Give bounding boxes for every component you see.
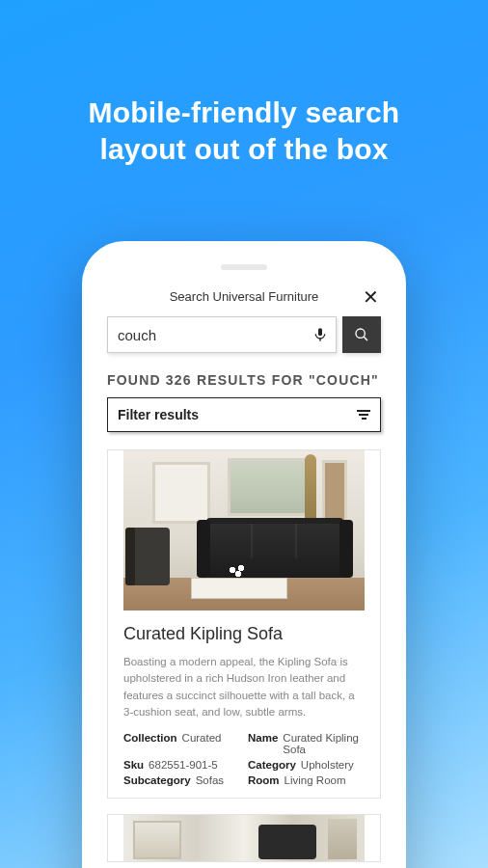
page-title: Search Universal Furniture xyxy=(170,289,319,304)
results-header: FOUND 326 RESULTS FOR "COUCH" xyxy=(107,372,381,388)
phone-speaker xyxy=(221,264,267,270)
meta-value: 682551-901-5 xyxy=(149,759,218,771)
phone-inner: Search Universal Furniture ✕ xyxy=(95,255,393,868)
search-button[interactable] xyxy=(342,316,381,353)
filter-label: Filter results xyxy=(118,407,199,422)
headline-line-2: layout out of the box xyxy=(0,131,488,168)
meta-value: Curated Kipling Sofa xyxy=(283,732,365,755)
search-icon xyxy=(354,327,369,342)
meta-value: Sofas xyxy=(196,774,224,786)
microphone-icon[interactable] xyxy=(312,326,328,343)
search-box[interactable] xyxy=(107,316,337,353)
filter-icon xyxy=(357,410,370,420)
product-title: Curated Kipling Sofa xyxy=(123,624,365,644)
app-screen: Search Universal Furniture ✕ xyxy=(95,282,393,868)
product-description: Boasting a modern appeal, the Kipling So… xyxy=(123,654,365,720)
result-card[interactable] xyxy=(107,814,381,862)
svg-point-2 xyxy=(356,329,365,338)
meta-key: Subcategory xyxy=(123,774,191,786)
svg-line-3 xyxy=(364,337,367,340)
search-row xyxy=(107,316,381,353)
meta-value: Living Room xyxy=(285,774,346,786)
filter-results-button[interactable]: Filter results xyxy=(107,397,381,432)
card-body: Curated Kipling Sofa Boasting a modern a… xyxy=(108,610,380,790)
meta-key: Room xyxy=(248,774,280,786)
meta-value: Curated xyxy=(182,732,222,755)
top-bar: Search Universal Furniture ✕ xyxy=(95,282,393,311)
meta-value: Upholstery xyxy=(301,759,354,771)
close-icon[interactable]: ✕ xyxy=(363,285,379,309)
product-image xyxy=(123,815,365,862)
meta-key: Name xyxy=(248,732,278,755)
headline-line-1: Mobile-friendly search xyxy=(0,95,488,131)
search-input[interactable] xyxy=(118,327,312,343)
promo-background: Mobile-friendly search layout out of the… xyxy=(0,0,488,868)
meta-key: Category xyxy=(248,759,296,771)
promo-headline: Mobile-friendly search layout out of the… xyxy=(0,0,488,169)
phone-frame: Search Universal Furniture ✕ xyxy=(82,241,406,868)
svg-rect-0 xyxy=(318,328,322,336)
result-card[interactable]: Curated Kipling Sofa Boasting a modern a… xyxy=(107,449,381,799)
product-image xyxy=(123,450,365,610)
product-meta: CollectionCurated NameCurated Kipling So… xyxy=(123,732,365,786)
meta-key: Collection xyxy=(123,732,177,755)
meta-key: Sku xyxy=(123,759,144,771)
